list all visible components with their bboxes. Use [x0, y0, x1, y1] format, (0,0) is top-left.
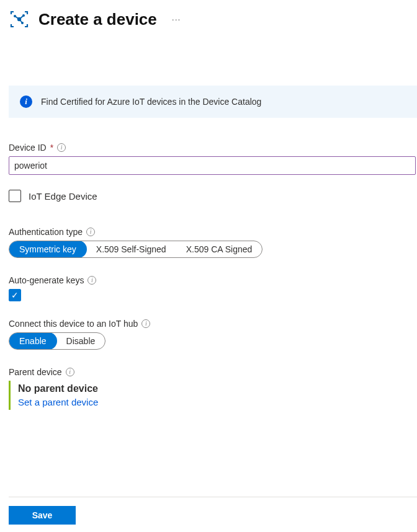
- connect-disable[interactable]: Disable: [56, 333, 105, 349]
- connect-group: Enable Disable: [9, 332, 105, 350]
- autogen-label-text: Auto-generate keys: [9, 275, 84, 285]
- auth-type-x509-self[interactable]: X.509 Self-Signed: [86, 241, 176, 257]
- connect-label: Connect this device to an IoT hub i: [9, 319, 417, 329]
- iot-edge-label: IoT Edge Device: [29, 191, 97, 202]
- iot-device-icon: [9, 9, 30, 30]
- page-title: Create a device: [38, 10, 157, 29]
- parent-none-text: No parent device: [18, 383, 417, 394]
- iot-edge-row: IoT Edge Device: [9, 190, 417, 202]
- device-id-label: Device ID * i: [9, 143, 417, 153]
- auth-type-x509-ca[interactable]: X.509 CA Signed: [176, 241, 262, 257]
- info-icon: i: [20, 95, 32, 108]
- info-banner: i Find Certified for Azure IoT devices i…: [9, 86, 417, 118]
- device-id-label-text: Device ID: [9, 143, 47, 153]
- connect-enable[interactable]: Enable: [9, 332, 57, 350]
- check-icon: ✓: [11, 291, 19, 299]
- page-header: Create a device ···: [9, 9, 417, 30]
- help-icon[interactable]: i: [66, 368, 74, 376]
- info-banner-text: Find Certified for Azure IoT devices in …: [41, 97, 261, 107]
- auth-type-label: Authentication type i: [9, 227, 417, 237]
- autogen-checkbox[interactable]: ✓: [9, 289, 21, 301]
- footer: Save: [9, 497, 417, 525]
- auth-type-group: Symmetric key X.509 Self-Signed X.509 CA…: [9, 241, 262, 258]
- autogen-label: Auto-generate keys i: [9, 275, 417, 285]
- help-icon[interactable]: i: [57, 143, 66, 152]
- parent-label-text: Parent device: [9, 367, 62, 377]
- iot-edge-checkbox[interactable]: [9, 190, 21, 202]
- help-icon[interactable]: i: [141, 319, 150, 328]
- device-id-input[interactable]: [9, 156, 416, 175]
- save-button[interactable]: Save: [9, 506, 76, 525]
- parent-device-card: No parent device Set a parent device: [9, 381, 417, 410]
- more-actions-button[interactable]: ···: [172, 14, 181, 24]
- help-icon[interactable]: i: [86, 228, 95, 236]
- connect-label-text: Connect this device to an IoT hub: [9, 319, 138, 329]
- set-parent-link[interactable]: Set a parent device: [18, 397, 417, 407]
- auth-type-symmetric[interactable]: Symmetric key: [9, 241, 87, 258]
- parent-label: Parent device i: [9, 367, 417, 377]
- help-icon[interactable]: i: [87, 276, 96, 285]
- auth-type-label-text: Authentication type: [9, 227, 83, 237]
- required-marker: *: [50, 143, 53, 153]
